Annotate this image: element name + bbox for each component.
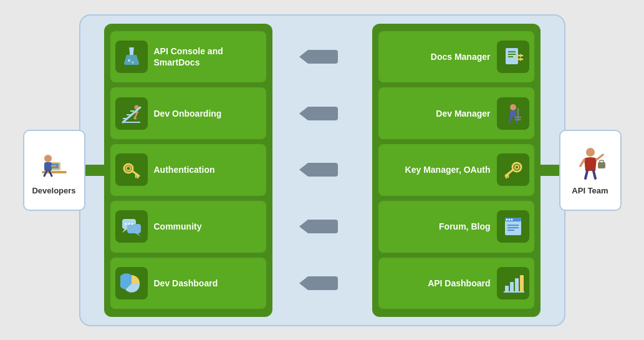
arrow-1 xyxy=(304,34,341,79)
developers-label: Developers xyxy=(32,186,75,195)
svg-point-51 xyxy=(515,165,519,169)
document-icon-box xyxy=(497,41,529,73)
svg-point-33 xyxy=(128,223,130,225)
left-row-dev-onboarding: Dev Onboarding xyxy=(110,87,266,139)
svg-rect-44 xyxy=(510,110,516,117)
svg-marker-42 xyxy=(520,57,522,61)
svg-point-61 xyxy=(508,219,510,221)
flask-icon-box xyxy=(115,41,148,73)
svg-point-68 xyxy=(586,148,595,157)
chat-icon xyxy=(120,215,143,238)
svg-point-12 xyxy=(132,61,133,63)
piechart-icon xyxy=(120,272,143,294)
right-row-api-dashboard: API Dashboard xyxy=(378,258,534,309)
developer-icon xyxy=(36,145,73,182)
svg-line-71 xyxy=(585,171,587,178)
svg-marker-40 xyxy=(520,54,522,57)
left-panel: API Console and SmartDocs xyxy=(104,24,272,317)
barchart-icon-box xyxy=(497,267,529,299)
flask-icon xyxy=(120,46,143,68)
svg-rect-66 xyxy=(520,275,524,292)
doc-list-icon-box xyxy=(497,210,529,243)
api-team-icon xyxy=(572,145,609,182)
community-label: Community xyxy=(154,221,261,232)
svg-marker-31 xyxy=(135,233,141,236)
api-dashboard-label: API Dashboard xyxy=(383,278,491,289)
doc-list-icon xyxy=(502,215,524,238)
arrow-3 xyxy=(304,147,341,192)
svg-marker-29 xyxy=(122,229,128,233)
left-row-dev-dashboard: Dev Dashboard xyxy=(110,258,266,309)
arrow-left-1 xyxy=(307,50,338,64)
key-icon-box xyxy=(115,153,148,186)
right-row-forum-blog: Forum, Blog xyxy=(378,201,534,253)
arrow-left-4 xyxy=(307,220,338,233)
svg-line-18 xyxy=(123,107,140,122)
svg-rect-74 xyxy=(600,160,603,163)
piechart-icon-box xyxy=(115,267,148,299)
svg-point-24 xyxy=(126,167,130,171)
svg-point-62 xyxy=(511,219,512,221)
svg-rect-10 xyxy=(129,49,134,51)
svg-rect-65 xyxy=(515,278,519,292)
docs-manager-label: Docs Manager xyxy=(383,51,491,62)
key-manager-label: Key Manager, OAuth xyxy=(383,164,491,175)
diagram-container: Developers API Console and SmartDocs xyxy=(23,8,622,333)
key-icon xyxy=(120,158,143,181)
arrow-5 xyxy=(304,261,341,306)
person-chair-icon xyxy=(502,102,524,125)
dev-dashboard-label: Dev Dashboard xyxy=(154,278,261,289)
escalator-icon xyxy=(120,102,143,125)
api-console-label: API Console and SmartDocs xyxy=(154,46,261,68)
chat-icon-box xyxy=(115,210,148,243)
svg-line-45 xyxy=(509,117,511,122)
barchart-icon xyxy=(502,272,524,294)
svg-rect-30 xyxy=(127,224,141,233)
svg-point-43 xyxy=(510,104,516,110)
developers-box: Developers xyxy=(23,130,85,211)
middle-col xyxy=(272,24,372,317)
left-row-authentication: Authentication xyxy=(110,144,266,196)
document-icon xyxy=(502,46,524,68)
left-row-community: Community xyxy=(110,201,266,253)
arrow-4 xyxy=(304,204,341,249)
api-team-box: API Team xyxy=(559,130,622,211)
api-team-label: API Team xyxy=(572,186,608,195)
key2-icon xyxy=(502,158,524,181)
arrow-left-3 xyxy=(307,163,338,177)
svg-point-11 xyxy=(128,59,130,62)
left-row-api-console: API Console and SmartDocs xyxy=(110,31,266,83)
svg-point-3 xyxy=(44,155,52,162)
svg-point-34 xyxy=(131,223,133,225)
right-row-key-manager: Key Manager, OAuth xyxy=(378,144,534,196)
svg-line-70 xyxy=(580,160,584,166)
right-panel: Docs Manager Dev Manager xyxy=(372,24,541,317)
svg-point-32 xyxy=(125,223,127,225)
forum-blog-label: Forum, Blog xyxy=(383,221,491,232)
svg-point-60 xyxy=(506,219,507,221)
svg-line-72 xyxy=(594,171,595,178)
arrow-2 xyxy=(304,91,341,136)
right-row-docs-manager: Docs Manager xyxy=(378,31,534,83)
svg-rect-4 xyxy=(44,162,52,171)
svg-rect-8 xyxy=(129,47,134,49)
dev-manager-label: Dev Manager xyxy=(383,108,491,119)
arrow-left-2 xyxy=(307,107,338,120)
key2-icon-box xyxy=(497,153,529,186)
svg-rect-63 xyxy=(505,286,509,292)
dev-onboarding-label: Dev Onboarding xyxy=(154,108,261,119)
svg-line-69 xyxy=(597,155,603,160)
right-row-dev-manager: Dev Manager xyxy=(378,87,534,139)
person-chair-icon-box xyxy=(497,97,529,130)
svg-rect-64 xyxy=(510,282,514,292)
authentication-label: Authentication xyxy=(154,164,261,175)
escalator-icon-box xyxy=(115,97,148,130)
arrow-left-5 xyxy=(307,276,338,290)
